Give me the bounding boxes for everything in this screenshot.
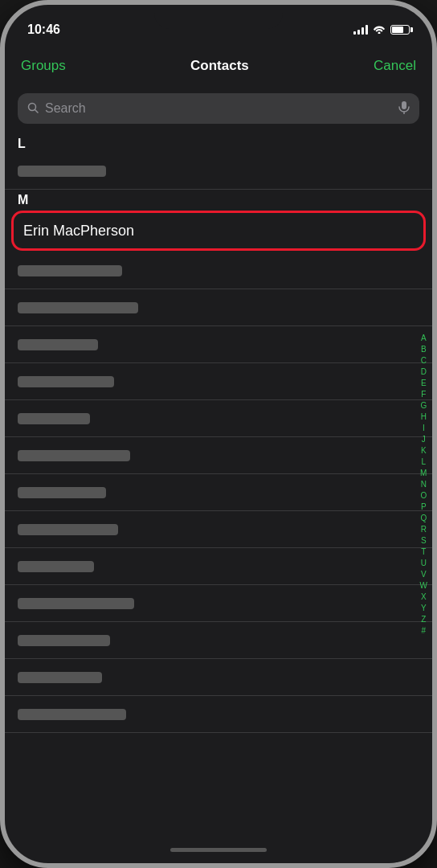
section-header-M: M — [5, 190, 432, 209]
alpha-M[interactable]: M — [420, 468, 427, 479]
list-item[interactable] — [5, 400, 432, 437]
alpha-Y[interactable]: Y — [421, 603, 427, 614]
alpha-L[interactable]: L — [421, 457, 426, 468]
list-item[interactable] — [5, 511, 432, 548]
list-item[interactable] — [5, 252, 432, 289]
blurred-contact — [18, 166, 106, 177]
alpha-R[interactable]: R — [421, 524, 427, 535]
search-bar[interactable]: Search — [18, 93, 419, 124]
contacts-list: L M Erin MacPherson — [5, 133, 432, 836]
alpha-C[interactable]: C — [421, 355, 427, 366]
home-indicator — [5, 836, 432, 863]
svg-rect-2 — [402, 101, 406, 109]
phone-frame: 10:46 Groups C — [0, 0, 437, 868]
alpha-J[interactable]: J — [422, 434, 426, 445]
alpha-I[interactable]: I — [423, 423, 425, 434]
alpha-O[interactable]: O — [420, 490, 427, 502]
alpha-Z[interactable]: Z — [421, 614, 426, 625]
section-header-L: L — [5, 133, 432, 153]
contact-name-erin: Erin MacPherson — [23, 223, 134, 240]
groups-button[interactable]: Groups — [21, 58, 66, 74]
status-icons — [353, 24, 410, 36]
alpha-T[interactable]: T — [421, 547, 426, 558]
list-item[interactable] — [5, 548, 432, 585]
alpha-S[interactable]: S — [421, 535, 427, 547]
list-item[interactable] — [5, 659, 432, 696]
alpha-G[interactable]: G — [420, 400, 427, 411]
cancel-button[interactable]: Cancel — [374, 58, 416, 74]
list-item[interactable] — [5, 585, 432, 622]
alpha-D[interactable]: D — [421, 366, 427, 378]
mic-icon[interactable] — [398, 101, 410, 117]
alpha-F[interactable]: F — [421, 389, 426, 400]
battery-icon — [390, 25, 410, 35]
wifi-icon — [373, 24, 386, 36]
alpha-Q[interactable]: Q — [420, 513, 427, 524]
search-container: Search — [5, 87, 432, 133]
home-bar — [170, 848, 267, 852]
list-item[interactable] — [5, 363, 432, 400]
list-item[interactable] — [5, 622, 432, 659]
alpha-W[interactable]: W — [420, 580, 427, 592]
alpha-U[interactable]: U — [421, 558, 427, 569]
alphabet-index: A B C D E F G H I J K L M N O P Q R S T — [420, 133, 427, 836]
search-placeholder-text: Search — [45, 101, 392, 116]
nav-bar: Groups Contacts Cancel — [5, 45, 432, 87]
alpha-B[interactable]: B — [421, 344, 427, 355]
alpha-A[interactable]: A — [421, 333, 427, 344]
list-item[interactable] — [5, 474, 432, 511]
list-item[interactable] — [5, 696, 432, 733]
list-item[interactable] — [5, 153, 432, 190]
list-item[interactable] — [5, 289, 432, 326]
notch — [154, 5, 283, 29]
signal-icon — [353, 25, 368, 35]
alpha-V[interactable]: V — [421, 569, 427, 580]
highlighted-contact-row[interactable]: Erin MacPherson — [11, 211, 426, 251]
screen: 10:46 Groups C — [5, 5, 432, 863]
alpha-E[interactable]: E — [421, 378, 427, 389]
alpha-N[interactable]: N — [421, 479, 427, 490]
status-time: 10:46 — [27, 23, 60, 37]
alpha-hash[interactable]: # — [421, 625, 426, 637]
alpha-K[interactable]: K — [421, 445, 427, 457]
list-item[interactable] — [5, 437, 432, 474]
search-icon — [27, 102, 39, 116]
alpha-H[interactable]: H — [421, 411, 427, 423]
svg-line-1 — [35, 109, 39, 113]
alpha-X[interactable]: X — [421, 592, 427, 603]
alpha-P[interactable]: P — [421, 502, 427, 513]
page-title: Contacts — [190, 58, 249, 74]
list-item[interactable] — [5, 326, 432, 363]
